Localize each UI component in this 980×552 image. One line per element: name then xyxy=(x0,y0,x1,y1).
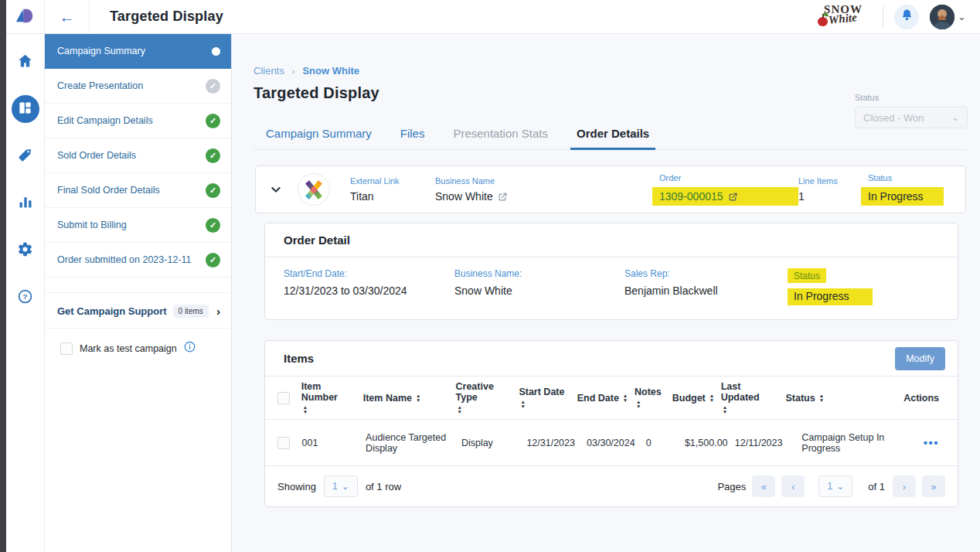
prev-page-button[interactable]: ‹ xyxy=(781,475,805,497)
row-checkbox[interactable] xyxy=(277,437,290,449)
help-icon: ? xyxy=(17,288,33,308)
page-size-select[interactable]: 1 ⌄ xyxy=(324,475,358,497)
last-page-button[interactable]: » xyxy=(922,475,945,497)
vendor-logo xyxy=(298,173,330,206)
tab-order-details[interactable]: Order Details xyxy=(575,119,651,149)
cell-status: Campaign Setup In Progress xyxy=(801,432,912,454)
topbar-right: SNOW White xyxy=(816,2,980,32)
sort-icon[interactable]: ▲▼ xyxy=(623,394,628,403)
user-menu[interactable]: ⌄ xyxy=(930,5,966,29)
select-all-checkbox[interactable] xyxy=(277,392,290,404)
page-number-value: 1 xyxy=(827,481,832,492)
sort-icon[interactable]: ▲▼ xyxy=(636,400,641,409)
modify-button[interactable]: Modify xyxy=(895,347,945,370)
sort-icon[interactable]: ▲▼ xyxy=(416,394,420,403)
step-label: Edit Campaign Details xyxy=(57,115,206,126)
nav-help-button[interactable]: ? xyxy=(12,284,39,312)
order-number-link[interactable]: 1309-000015 xyxy=(652,187,798,206)
column-end-date: End Date ▲▼ xyxy=(577,393,635,404)
status-selected-value: Closed - Won xyxy=(863,112,924,124)
collapse-chevron-icon[interactable] xyxy=(270,183,285,196)
breadcrumb-clients-link[interactable]: Clients xyxy=(254,65,284,77)
cell-budget: $1,500.00 xyxy=(685,438,735,448)
page-number-select[interactable]: 1 ⌄ xyxy=(818,475,852,497)
nav-campaigns-button[interactable] xyxy=(12,95,39,123)
items-title: Items xyxy=(284,352,314,365)
column-status: Status ▲▼ xyxy=(785,393,893,404)
nav-home-button[interactable] xyxy=(12,48,39,76)
avatar xyxy=(930,5,954,29)
nav-products-button[interactable] xyxy=(12,142,39,170)
main-content: Status Closed - Won ⌄ Clients › Snow Whi… xyxy=(232,34,980,552)
start-end-date-label: Start/End Date: xyxy=(284,268,454,279)
sort-icon[interactable]: ▲▼ xyxy=(723,405,727,414)
step-label: Submit to Billing xyxy=(57,220,206,230)
sort-icon[interactable]: ▲▼ xyxy=(458,405,462,414)
tab-files[interactable]: Files xyxy=(399,119,427,149)
campaign-status-select[interactable]: Closed - Won ⌄ xyxy=(855,107,968,128)
step-label: Final Sold Order Details xyxy=(57,185,206,196)
next-page-button[interactable]: › xyxy=(893,475,916,497)
business-name-link[interactable]: Snow White xyxy=(435,190,659,203)
sidebar-item-sold-order-details[interactable]: Sold Order Details ✓ xyxy=(45,138,231,173)
svg-text:?: ? xyxy=(23,292,28,301)
line-items-label: Line Items xyxy=(798,176,868,186)
sidebar-item-final-sold-order-details[interactable]: Final Sold Order Details ✓ xyxy=(45,173,231,208)
status-label: Status xyxy=(855,93,968,102)
sort-icon[interactable]: ▲▼ xyxy=(303,405,308,414)
campaign-steps-sidebar: Campaign Summary Create Presentation ✓ E… xyxy=(45,34,232,552)
sidebar-item-submit-to-billing[interactable]: Submit to Billing ✓ xyxy=(45,208,231,243)
sales-rep-value: Benjamin Blackwell xyxy=(624,285,794,297)
sidebar-item-edit-campaign-details[interactable]: Edit Campaign Details ✓ xyxy=(45,104,231,138)
cell-item-number: 001 xyxy=(302,438,366,448)
check-circle-done-icon: ✓ xyxy=(206,218,220,233)
items-card: Items Modify Item Number ▲▼ Item Name ▲▼… xyxy=(264,340,958,507)
table-footer: Showing 1 ⌄ of 1 row Pages « ‹ 1 ⌄ xyxy=(265,466,958,506)
app-logo[interactable] xyxy=(6,0,45,34)
get-campaign-support-button[interactable]: Get Campaign Support 0 items › xyxy=(45,295,231,329)
topbar-divider xyxy=(883,6,883,28)
sort-icon[interactable]: ▲▼ xyxy=(520,400,525,409)
column-label: Actions xyxy=(903,393,939,404)
cell-creative-type: Display xyxy=(461,438,527,448)
sort-icon[interactable]: ▲▼ xyxy=(709,394,714,403)
cell-end-date: 03/30/2024 xyxy=(587,438,646,448)
sort-icon[interactable]: ▲▼ xyxy=(819,394,824,403)
first-page-button[interactable]: « xyxy=(752,475,775,497)
nav-settings-button[interactable] xyxy=(12,237,39,264)
order-label: Order xyxy=(659,173,798,182)
tab-campaign-summary[interactable]: Campaign Summary xyxy=(264,119,373,149)
column-item-name: Item Name ▲▼ xyxy=(363,393,456,404)
column-item-number: Item Number ▲▼ xyxy=(301,381,363,414)
start-end-date-value: 12/31/2023 to 03/30/2024 xyxy=(284,285,454,297)
cell-last-updated: 12/11/2023 xyxy=(735,438,801,448)
business-name-field: Business Name Snow White xyxy=(435,176,659,203)
test-campaign-checkbox[interactable] xyxy=(60,342,73,355)
notifications-button[interactable] xyxy=(894,5,919,29)
detail-status-label: Status xyxy=(788,268,826,283)
column-label: Item Number xyxy=(301,381,357,403)
bell-icon xyxy=(900,9,914,25)
page-count-label: of 1 xyxy=(868,481,885,492)
info-icon[interactable] xyxy=(184,341,196,356)
items-header: Items Modify xyxy=(265,341,958,377)
row-actions-menu-button[interactable]: ••• xyxy=(924,436,939,449)
cell-item-name: Audience Targeted Display xyxy=(366,432,461,454)
breadcrumb-client-link[interactable]: Snow White xyxy=(302,65,359,77)
back-arrow-icon: ← xyxy=(60,9,75,25)
external-link-field: External Link Titan xyxy=(350,176,435,203)
support-label: Get Campaign Support xyxy=(57,305,167,317)
sidebar-item-create-presentation[interactable]: Create Presentation ✓ xyxy=(45,69,231,104)
nav-reports-button[interactable] xyxy=(12,189,39,217)
external-link-icon xyxy=(728,192,738,202)
sidebar-item-order-submitted[interactable]: Order submitted on 2023-12-11 ✓ xyxy=(45,243,231,278)
sidebar-item-campaign-summary[interactable]: Campaign Summary xyxy=(45,34,231,69)
tag-icon xyxy=(17,147,33,166)
order-status-field: Status In Progress xyxy=(868,173,944,206)
tab-presentation-stats[interactable]: Presentation Stats xyxy=(451,119,550,149)
pagination: Pages « ‹ 1 ⌄ of 1 › » xyxy=(717,475,945,497)
back-button[interactable]: ← xyxy=(45,0,90,34)
detail-status-field: Status In Progress xyxy=(794,268,873,305)
column-label: Creative Type xyxy=(456,381,513,403)
app-logo-icon xyxy=(14,5,37,29)
